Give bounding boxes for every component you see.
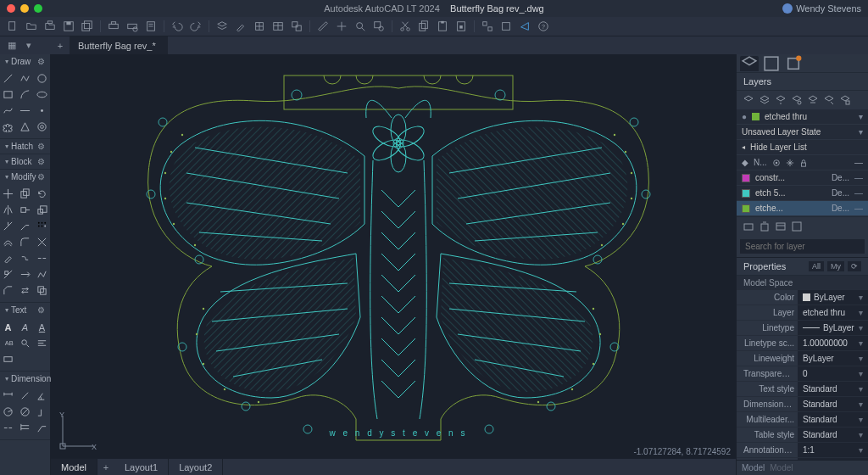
section-block[interactable]: ▸Block⚙	[0, 154, 50, 169]
layer-search-input[interactable]	[740, 239, 865, 254]
dim-angular-icon[interactable]	[35, 388, 50, 403]
close-window-icon[interactable]	[7, 4, 15, 13]
layer-tool-4-icon[interactable]	[790, 94, 804, 106]
property-row[interactable]: Annotation s...1:1▾	[737, 443, 868, 458]
trim-tool-icon[interactable]	[1, 219, 16, 233]
section-dimension[interactable]: ▸Dimension⚙	[0, 372, 50, 386]
property-row[interactable]: Linetype sc...1.00000000▾	[737, 336, 868, 351]
property-row[interactable]: LineweightByLayer▾	[737, 351, 868, 366]
section-draw[interactable]: ▸Draw⚙	[0, 54, 50, 69]
leader-tool-icon[interactable]	[35, 421, 50, 435]
cut-icon[interactable]	[398, 20, 413, 33]
property-row[interactable]: Dimension s...Standard▾	[737, 397, 868, 412]
spline-tool-icon[interactable]	[1, 103, 16, 118]
layer-row[interactable]: constr...De...—	[737, 170, 868, 186]
prop-tab-my[interactable]: My	[827, 261, 844, 271]
text-align-icon[interactable]	[35, 336, 50, 350]
file-tab-active[interactable]: Butterfly Bag rev_*	[70, 36, 169, 55]
erase-tool-icon[interactable]	[1, 251, 16, 265]
align-tool-icon[interactable]	[1, 267, 16, 282]
dim-linear-icon[interactable]	[1, 388, 16, 403]
layout-tab-model[interactable]: Model	[51, 459, 97, 476]
extend-tool-icon[interactable]	[18, 219, 33, 233]
offset-tool-icon[interactable]	[1, 235, 16, 249]
pan-icon[interactable]	[334, 20, 349, 33]
circle-tool-icon[interactable]	[35, 71, 50, 86]
delete-layer-icon[interactable]	[758, 221, 771, 232]
line-tool-icon[interactable]	[1, 71, 16, 86]
dim-radius-icon[interactable]	[1, 405, 16, 419]
chamfer-tool-icon[interactable]	[1, 283, 16, 298]
layer-state-dropdown[interactable]: Unsaved Layer State▾	[737, 125, 868, 140]
prop-refresh-icon[interactable]: ⟳	[848, 261, 861, 271]
property-row[interactable]: LinetypeByLayer▾	[737, 321, 868, 336]
maximize-window-icon[interactable]	[34, 4, 42, 13]
layer-search[interactable]	[737, 236, 868, 257]
reverse-tool-icon[interactable]	[18, 283, 33, 298]
dim-baseline-icon[interactable]	[18, 421, 33, 435]
plot-icon[interactable]	[106, 20, 121, 33]
property-row[interactable]: Table styleStandard▾	[737, 428, 868, 443]
dim-ordinate-icon[interactable]	[35, 405, 50, 419]
draworder-tool-icon[interactable]	[35, 283, 50, 298]
paste-block-icon[interactable]	[453, 20, 469, 33]
current-layer-dropdown[interactable]: ● etched thru▾	[737, 109, 868, 125]
layer-icon[interactable]	[214, 20, 230, 33]
mirror-tool-icon[interactable]	[1, 203, 16, 217]
rotate-tool-icon[interactable]	[35, 187, 50, 201]
new-layer-icon[interactable]	[742, 221, 755, 232]
array-tool-icon[interactable]	[35, 219, 50, 233]
explode-tool-icon[interactable]	[35, 235, 50, 249]
mtext-tool-icon[interactable]: A	[1, 320, 16, 334]
dtext-tool-icon[interactable]: A	[18, 320, 33, 334]
tabs-list-icon[interactable]: ▾	[22, 39, 36, 53]
share-icon[interactable]	[517, 20, 532, 33]
user-chip[interactable]: Wendy Stevens	[782, 3, 861, 14]
spell-check-icon[interactable]: ABC	[1, 336, 16, 350]
lengthen-tool-icon[interactable]	[18, 267, 33, 282]
arc-tool-icon[interactable]	[18, 87, 33, 102]
donut-tool-icon[interactable]	[35, 120, 50, 134]
drawing-canvas[interactable]: w e n d y s t e v e n s Y X -1.07127284,…	[51, 54, 736, 458]
revcloud-tool-icon[interactable]	[1, 120, 16, 134]
section-hatch[interactable]: ▸Hatch⚙	[0, 139, 50, 154]
dim-aligned-icon[interactable]	[18, 388, 33, 403]
copy-tool-icon[interactable]	[18, 187, 33, 201]
xline-tool-icon[interactable]	[18, 103, 33, 118]
insert-block-icon[interactable]	[252, 20, 267, 33]
text-style-icon[interactable]: A	[35, 320, 50, 334]
layer-row[interactable]: etche...De...—	[737, 201, 868, 216]
zoom-extents-icon[interactable]	[353, 20, 368, 33]
hide-layer-list[interactable]: ▾Hide Layer List	[737, 140, 868, 155]
panel-tab-blocks-icon[interactable]	[784, 56, 803, 71]
layout-tab-1[interactable]: Layout1	[114, 459, 169, 476]
layout-tab-add[interactable]: +	[97, 462, 114, 472]
match-props-icon[interactable]	[233, 20, 248, 33]
paste-icon[interactable]	[435, 20, 450, 33]
copy-icon[interactable]	[416, 20, 431, 33]
save-all-icon[interactable]	[80, 20, 95, 33]
new-file-icon[interactable]	[5, 20, 20, 33]
section-text[interactable]: ▸Text⚙	[0, 303, 50, 317]
dim-diameter-icon[interactable]	[18, 405, 33, 419]
layer-filter-icon[interactable]: ◆	[742, 158, 748, 167]
zoom-window-icon[interactable]	[371, 20, 387, 33]
footer-tab-1[interactable]: Model	[742, 463, 765, 472]
tabs-grid-icon[interactable]: ▦	[5, 39, 19, 53]
move-tool-icon[interactable]	[1, 187, 16, 201]
plot-preview-icon[interactable]	[125, 20, 140, 33]
layer-row[interactable]: etch 5...De...—	[737, 186, 868, 201]
layer-props-icon[interactable]	[774, 221, 787, 232]
polyline-tool-icon[interactable]	[18, 71, 33, 86]
prop-tab-all[interactable]: All	[809, 261, 824, 271]
measure-icon[interactable]	[315, 20, 331, 33]
property-row[interactable]: Layeretched thru▾	[737, 305, 868, 321]
redo-icon[interactable]	[188, 20, 203, 33]
field-tool-icon[interactable]	[1, 352, 16, 366]
layer-states-icon[interactable]	[790, 221, 804, 232]
open-sheet-icon[interactable]	[42, 20, 58, 33]
layer-list-header[interactable]: ◆ N... —	[737, 155, 868, 170]
table-icon[interactable]	[270, 20, 286, 33]
page-setup-icon[interactable]	[143, 20, 159, 33]
layer-tool-3-icon[interactable]	[774, 94, 787, 106]
